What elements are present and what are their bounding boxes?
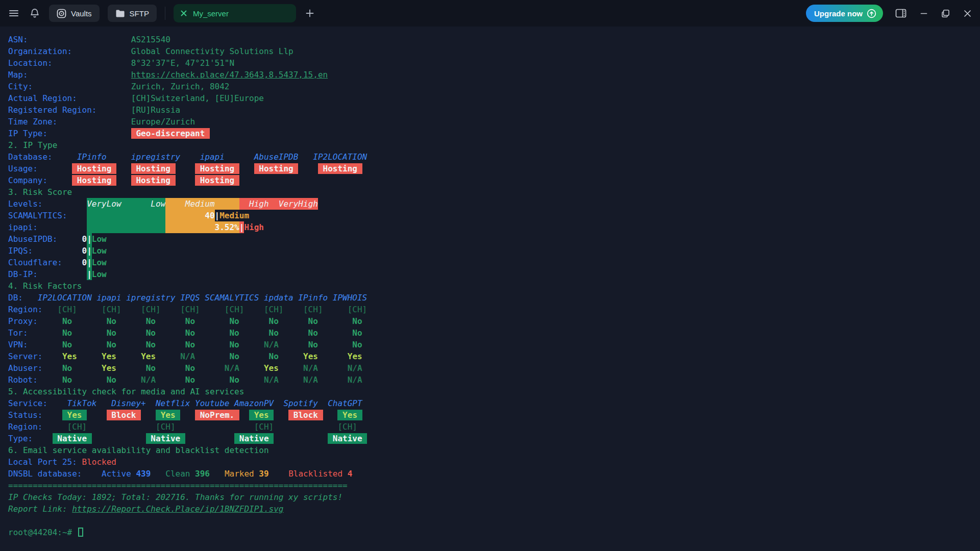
terminal-text — [195, 363, 225, 373]
terminal-text — [42, 363, 62, 373]
terminal-text: TikTok Disney+ Netflix Youtube AmazonPV … — [67, 398, 362, 408]
terminal-text — [38, 164, 72, 173]
terminal-text: Native — [146, 433, 185, 444]
terminal[interactable]: ASN: AS215540Organization: Global Connec… — [0, 27, 980, 538]
terminal-text: Organization: — [8, 46, 72, 56]
terminal-text: 40 — [165, 210, 214, 221]
terminal-text — [72, 363, 102, 373]
vaults-button[interactable]: Vaults — [49, 5, 100, 22]
terminal-text — [87, 410, 107, 420]
close-tab-icon[interactable] — [180, 10, 187, 17]
terminal-text: 4 — [348, 469, 353, 479]
upgrade-button[interactable]: Upgrade now — [806, 5, 883, 22]
terminal-line: DNSBL database: Active 439 Clean 396 Mar… — [8, 468, 980, 480]
terminal-link[interactable]: https://Report.Check.Place/ip/1BNZFDIP1.… — [72, 504, 283, 514]
terminal-text — [323, 410, 338, 420]
terminal-text: DB: — [8, 293, 23, 303]
terminal-text — [42, 305, 57, 314]
terminal-text: Levels: — [8, 199, 42, 209]
terminal-text — [156, 352, 180, 361]
top-bar: Vaults SFTP My_server Upgrade now — [0, 0, 980, 27]
terminal-line: DB: IP2LOCATION ipapi ipregistry IPQS SC… — [8, 292, 980, 304]
terminal-text — [38, 269, 87, 279]
terminal-text — [67, 211, 87, 220]
terminal-text — [82, 469, 102, 479]
terminal-text: No No No No No — [62, 340, 264, 349]
terminal-text: Time Zone: — [8, 117, 57, 127]
maximize-button[interactable] — [940, 8, 951, 19]
terminal-text: | — [87, 257, 92, 268]
terminal-text — [239, 410, 249, 420]
terminal-text — [77, 457, 82, 467]
terminal-line: 4. Risk Factors — [8, 280, 980, 292]
terminal-line: Location: 8°32'37"E, 47°21'51"N — [8, 57, 980, 69]
terminal-text — [141, 410, 156, 420]
terminal-text — [279, 352, 303, 361]
terminal-text: No — [146, 363, 156, 373]
minimize-button[interactable] — [919, 8, 929, 18]
terminal-text: Block — [107, 410, 141, 420]
terminal-text — [176, 176, 195, 185]
terminal-line: Server: Yes Yes Yes N/A No No Yes Yes — [8, 350, 980, 362]
terminal-line: IP Checks Today: 1892; Total: 202716. Th… — [8, 491, 980, 503]
terminal-text — [42, 199, 87, 209]
new-tab-button[interactable] — [304, 8, 315, 19]
terminal-text: N/A — [225, 363, 239, 373]
menu-button[interactable] — [7, 7, 20, 20]
terminal-text — [116, 363, 146, 373]
terminal-text: | — [87, 233, 92, 245]
terminal-text: Region: — [8, 305, 42, 314]
terminal-line: Levels: VeryLow Low Medium High VeryHigh — [8, 198, 980, 210]
terminal-text: 0 — [82, 234, 87, 244]
terminal-text: root@44204:~# — [8, 528, 77, 537]
sftp-label: SFTP — [130, 9, 149, 18]
terminal-text: No — [230, 375, 239, 385]
terminal-line: 3. Risk Score — [8, 186, 980, 198]
terminal-text: Low — [92, 269, 107, 279]
terminal-text — [8, 516, 13, 525]
app-window: Vaults SFTP My_server Upgrade now — [0, 0, 980, 551]
terminal-text: AS215540 — [131, 35, 170, 44]
terminal-link[interactable]: https://check.place/47.3643,8.5437,15,en — [131, 70, 328, 80]
terminal-text — [210, 469, 225, 479]
terminal-text — [279, 363, 303, 373]
split-view-button[interactable] — [894, 8, 908, 19]
terminal-text: IP Type: — [8, 129, 47, 138]
terminal-text: Block — [288, 410, 323, 420]
terminal-text: Region: — [8, 422, 42, 432]
terminal-text: City: — [8, 82, 33, 91]
notifications-button[interactable] — [29, 7, 41, 20]
terminal-line: VPN: No No No No No N/A No No — [8, 339, 980, 350]
terminal-line: 2. IP Type — [8, 139, 980, 151]
sftp-button[interactable]: SFTP — [108, 5, 157, 22]
terminal-text: Low — [92, 234, 107, 244]
terminal-text: | — [87, 268, 92, 280]
close-button[interactable] — [962, 8, 973, 19]
terminal-line: DB-IP: |Low — [8, 268, 980, 280]
terminal-text: Blocked — [82, 457, 116, 467]
terminal-text: Local Port 25: — [8, 457, 77, 467]
terminal-text — [33, 246, 82, 256]
terminal-text: [CH] [CH] [CH] [CH] [CH] [CH] [CH] [CH] — [57, 305, 367, 314]
terminal-text — [185, 434, 234, 443]
terminal-text — [28, 70, 131, 80]
terminal-text: DNSBL database: — [8, 469, 82, 479]
terminal-text: Yes — [337, 410, 362, 420]
terminal-text: ASN: — [8, 35, 28, 44]
terminal-text: IPinfo ipregistry ipapi AbuseIPDB IP2LOC… — [77, 152, 367, 162]
terminal-text — [33, 434, 53, 443]
split-view-icon — [895, 9, 906, 18]
terminal-text: Low — [92, 258, 107, 267]
terminal-text: N/A — [303, 363, 318, 373]
terminal-text: Yes — [102, 352, 116, 361]
terminal-text — [239, 363, 264, 373]
tab-my-server[interactable]: My_server — [174, 4, 296, 22]
terminal-text — [116, 164, 131, 173]
terminal-line: SCAMALYTICS: 40|Medium — [8, 210, 980, 221]
terminal-text: NoPrem. — [195, 410, 239, 420]
terminal-line: Local Port 25: Blocked — [8, 456, 980, 468]
terminal-text: DB-IP: — [8, 269, 38, 279]
terminal-text: ========================================… — [8, 481, 348, 490]
terminal-text: N/A — [348, 363, 362, 373]
terminal-text: Tor: — [8, 328, 28, 338]
